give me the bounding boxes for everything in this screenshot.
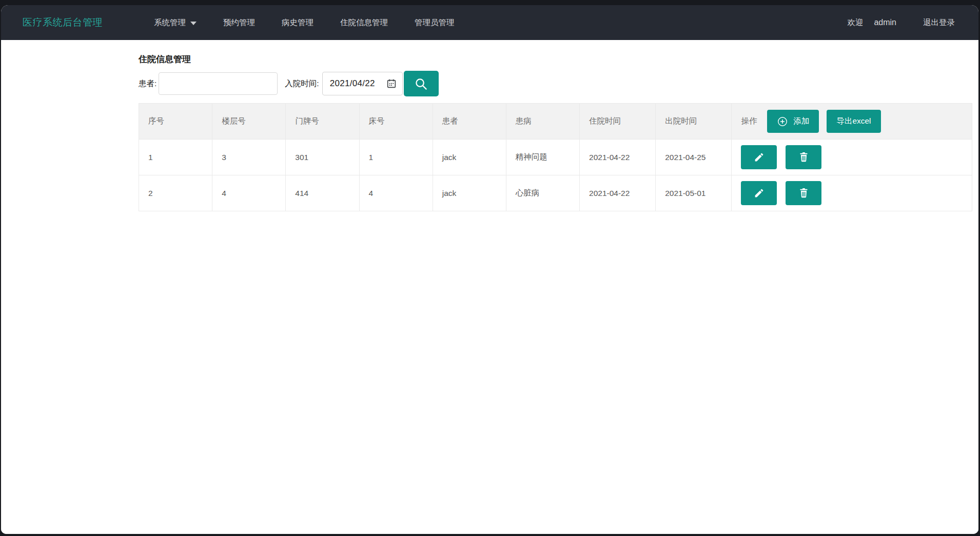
username-label: admin <box>874 18 896 27</box>
admission-time-label: 入院时间: <box>285 78 319 89</box>
cell-patient: jack <box>433 175 506 211</box>
cell-patient: jack <box>433 140 506 175</box>
patient-label: 患者: <box>139 78 156 89</box>
nav-item-admin-management[interactable]: 管理员管理 <box>415 17 455 28</box>
search-button[interactable] <box>404 71 439 96</box>
logout-link[interactable]: 退出登录 <box>923 17 955 28</box>
table-body: 1 3 301 1 jack 精神问题 2021-04-22 2021-04-2… <box>139 140 972 211</box>
search-bar: 患者: 入院时间: 2021/04/22 <box>139 71 978 96</box>
nav-item-medical-history-management[interactable]: 病史管理 <box>282 17 313 28</box>
header-admit-time: 住院时间 <box>580 104 656 140</box>
navbar-right: 欢迎 admin 退出登录 <box>847 17 955 28</box>
nav-links: 系统管理 预约管理 病史管理 住院信息管理 管理员管理 <box>154 17 455 28</box>
header-no: 序号 <box>139 104 212 140</box>
edit-button[interactable] <box>741 181 777 205</box>
pencil-icon <box>754 188 765 198</box>
cell-operations <box>732 140 972 175</box>
brand-title[interactable]: 医疗系统后台管理 <box>23 16 103 29</box>
add-circle-icon <box>777 116 788 127</box>
cell-room: 414 <box>286 175 359 211</box>
cell-admit-time: 2021-04-22 <box>580 140 656 175</box>
cell-floor: 4 <box>212 175 286 211</box>
cell-discharge-time: 2021-04-25 <box>656 140 732 175</box>
hospitalization-table: 序号 楼层号 门牌号 床号 患者 患病 住院时间 出院时间 操作 <box>139 103 972 211</box>
table-header-row: 序号 楼层号 门牌号 床号 患者 患病 住院时间 出院时间 操作 <box>139 104 972 140</box>
cell-disease: 心脏病 <box>506 175 579 211</box>
cell-no: 2 <box>139 175 212 211</box>
cell-no: 1 <box>139 140 212 175</box>
cell-discharge-time: 2021-05-01 <box>656 175 732 211</box>
delete-button[interactable] <box>786 145 821 169</box>
pencil-icon <box>754 152 765 163</box>
cell-room: 301 <box>286 140 359 175</box>
nav-item-system-management[interactable]: 系统管理 <box>154 17 197 28</box>
edit-button[interactable] <box>741 145 777 169</box>
search-icon <box>414 77 428 91</box>
cell-admit-time: 2021-04-22 <box>580 175 656 211</box>
header-discharge-time: 出院时间 <box>656 104 732 140</box>
nav-item-hospitalization-management[interactable]: 住院信息管理 <box>340 17 388 28</box>
export-excel-button[interactable]: 导出excel <box>827 110 880 133</box>
admission-date-input[interactable]: 2021/04/22 <box>322 72 403 95</box>
cell-disease: 精神问题 <box>506 140 579 175</box>
chevron-down-icon <box>190 22 197 25</box>
admission-date-value: 2021/04/22 <box>330 78 386 89</box>
header-patient: 患者 <box>433 104 506 140</box>
header-disease: 患病 <box>506 104 579 140</box>
cell-bed: 4 <box>359 175 433 211</box>
app-window: 医疗系统后台管理 系统管理 预约管理 病史管理 住院信息管理 管理员管理 欢迎 … <box>1 5 978 534</box>
patient-input[interactable] <box>159 72 278 95</box>
nav-item-appointment-management[interactable]: 预约管理 <box>223 17 255 28</box>
header-floor: 楼层号 <box>212 104 286 140</box>
page-title: 住院信息管理 <box>139 53 978 65</box>
header-bed: 床号 <box>359 104 433 140</box>
table-row: 2 4 414 4 jack 心脏病 2021-04-22 2021-05-01 <box>139 175 972 211</box>
cell-bed: 1 <box>359 140 433 175</box>
delete-button[interactable] <box>786 181 821 205</box>
cell-operations <box>732 175 972 211</box>
main-content: 住院信息管理 患者: 入院时间: 2021/04/22 <box>1 40 978 534</box>
trash-icon <box>798 187 810 199</box>
trash-icon <box>798 151 810 163</box>
header-room: 门牌号 <box>286 104 359 140</box>
table-row: 1 3 301 1 jack 精神问题 2021-04-22 2021-04-2… <box>139 140 972 175</box>
header-operations: 操作 添加 导出e <box>732 104 972 140</box>
navbar: 医疗系统后台管理 系统管理 预约管理 病史管理 住院信息管理 管理员管理 欢迎 … <box>1 5 978 40</box>
calendar-icon[interactable] <box>386 78 397 89</box>
welcome-label: 欢迎 <box>847 17 863 28</box>
cell-floor: 3 <box>212 140 286 175</box>
add-button[interactable]: 添加 <box>767 110 819 133</box>
